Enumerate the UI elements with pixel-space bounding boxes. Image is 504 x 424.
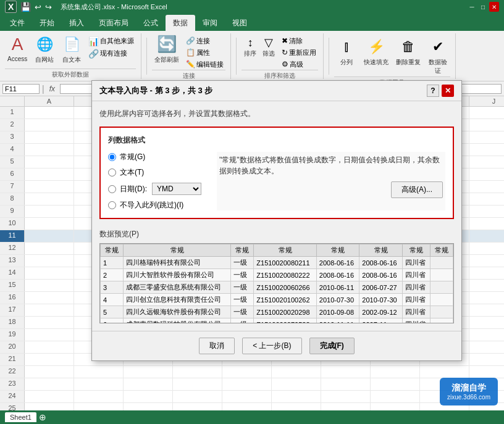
watermark: 溜溜自学 zixue.3d66.com <box>440 378 498 405</box>
advanced-button[interactable]: 高级(A)... <box>391 181 443 198</box>
tab-file[interactable]: 文件 <box>2 15 32 31</box>
option-normal[interactable]: 常规(G) <box>108 152 207 162</box>
list-item <box>430 306 453 318</box>
row-24: 24 <box>0 391 504 403</box>
maximize-button[interactable]: □ <box>478 2 488 12</box>
tab-home[interactable]: 开始 <box>32 15 62 31</box>
list-item: 2010-07-30 <box>316 294 359 306</box>
prev-button[interactable]: < 上一步(B) <box>242 338 301 354</box>
preview-th-7: 常规 <box>402 244 430 257</box>
tab-view[interactable]: 视图 <box>225 15 254 31</box>
list-item: 一级 <box>231 257 254 269</box>
tab-data[interactable]: 数据 <box>166 15 195 31</box>
tab-insert[interactable]: 插入 <box>62 15 91 31</box>
quick-access-save[interactable]: 💾 <box>20 2 31 12</box>
dialog-title-bar: 文本导入向导 - 第 3 步，共 3 步 ? ✕ <box>92 81 461 101</box>
tab-review[interactable]: 审阅 <box>195 15 225 31</box>
connections-icon: 🔗 <box>88 49 99 59</box>
undo-icon[interactable]: ↩ <box>35 2 41 12</box>
filter-button[interactable]: ▽ 筛选 <box>260 36 277 59</box>
minimize-button[interactable]: ─ <box>467 2 477 12</box>
access-button[interactable]: A Access <box>5 33 30 64</box>
list-item: 3 <box>101 281 124 294</box>
other-sources-button[interactable]: 📊 自其他来源 <box>86 36 136 47</box>
table-row: 3成都三零盛安信息系统有限公司一级Z15100200602662010-06-1… <box>101 281 453 294</box>
clear-icon: ✖ <box>282 36 288 45</box>
list-item: 2007-11-... <box>359 318 403 324</box>
dialog-help-button[interactable]: ? <box>427 85 439 97</box>
close-button[interactable]: ✕ <box>489 2 499 12</box>
text-button[interactable]: 📄 自文本 <box>59 33 84 65</box>
list-item: 四川省 <box>402 269 430 281</box>
radio-date[interactable] <box>108 185 116 193</box>
col-j[interactable]: J <box>469 96 504 106</box>
preview-title: 数据预览(P) <box>99 229 454 239</box>
dialog-footer: 取消 < 上一步(B) 下一步(N) > 完成(F) <box>92 331 461 360</box>
radio-skip[interactable] <box>108 201 116 209</box>
sort-az-button[interactable]: ↕ 排序 <box>242 36 259 59</box>
name-box[interactable] <box>2 84 40 94</box>
list-item <box>430 318 453 324</box>
status-bar: Sheet1 ⊕ <box>0 410 504 424</box>
title-text: 系统集成公司.xlsx - Microsoft Excel <box>61 2 167 12</box>
connections-button[interactable]: 🔗 连接 <box>184 36 225 46</box>
table-row: 2四川大智胜软件股份有限公司一级Z15100200802222008-06-16… <box>101 269 453 281</box>
option-date[interactable]: 日期(D): <box>108 184 147 194</box>
sheet-tab[interactable]: Sheet1 <box>5 412 36 422</box>
list-item: 2010-07-30 <box>359 294 403 306</box>
sort-az-icon: ↕ <box>248 37 253 48</box>
list-item: 四川大智胜软件股份有限公司 <box>124 269 231 281</box>
col-a[interactable]: A <box>25 96 74 106</box>
preview-table-container[interactable]: 常规 常规 常规 常规 常规 常规 常规 常规 1四川格瑞特科技有限公司一级Z1… <box>99 243 454 323</box>
clear-button[interactable]: ✖ 清除 <box>280 36 318 46</box>
data-validation-button[interactable]: ✔ 数据验证 <box>426 36 450 77</box>
get-external-label: 获取外部数据 <box>5 69 136 79</box>
radio-normal[interactable] <box>108 153 116 161</box>
list-item: 四川久远银海软件股份有限公司 <box>124 306 231 318</box>
reapply-button[interactable]: ↻ 重新应用 <box>280 48 318 58</box>
option-skip[interactable]: 不导入此列(跳过)(I) <box>108 200 207 210</box>
table-row: 4四川创立信息科技有限责任公司一级Z15100201002622010-07-3… <box>101 294 453 306</box>
finish-button[interactable]: 完成(F) <box>309 338 355 354</box>
list-item: 一级 <box>231 269 254 281</box>
list-item: 四川省 <box>402 294 430 306</box>
text-to-columns-button[interactable]: ⫿ 分列 <box>334 36 359 68</box>
list-item: Z1510020100262 <box>254 294 317 306</box>
refresh-all-button[interactable]: 🔄 全部刷新 <box>152 33 182 65</box>
title-bar-controls: ─ □ ✕ <box>467 2 499 12</box>
connections-group-label: 连接 <box>152 70 225 80</box>
format-options: 常规(G) 文本(T) 日期(D): YMD <box>108 152 445 210</box>
table-row: 1四川格瑞特科技有限公司一级Z15100200802112008-06-1620… <box>101 257 453 269</box>
excel-logo-icon: X <box>5 1 17 13</box>
web-button[interactable]: 🌐 自网站 <box>32 33 57 65</box>
list-item: Z1510020080211 <box>254 257 317 269</box>
flash-fill-button[interactable]: ⚡ 快速填充 <box>361 36 391 68</box>
list-item: 四川省 <box>402 318 430 324</box>
existing-connections-button[interactable]: 🔗 现有连接 <box>86 48 136 59</box>
cell-a1[interactable] <box>25 107 74 118</box>
web-icon: 🌐 <box>35 35 54 54</box>
list-item: 一级 <box>231 306 254 318</box>
tab-page-layout[interactable]: 页面布局 <box>91 15 136 31</box>
dialog-close-button[interactable]: ✕ <box>442 85 454 97</box>
preview-th-6: 常规 <box>359 244 403 257</box>
properties-button[interactable]: 📋 属性 <box>184 48 225 58</box>
other-sources-icon: 📊 <box>88 36 99 46</box>
remove-duplicates-button[interactable]: 🗑 删除重复 <box>393 36 423 68</box>
tab-formulas[interactable]: 公式 <box>136 15 166 31</box>
list-item: 2008-06-16 <box>316 257 359 269</box>
cancel-button[interactable]: 取消 <box>199 338 235 354</box>
format-left: 常规(G) 文本(T) 日期(D): YMD <box>108 152 207 210</box>
duplicate-icon: 🗑 <box>398 37 418 57</box>
advanced-filter-button[interactable]: ⚙ 高级 <box>280 59 318 70</box>
option-text[interactable]: 文本(T) <box>108 167 207 178</box>
add-sheet-btn[interactable]: ⊕ <box>39 412 46 422</box>
list-item: 2008-06-16 <box>359 269 403 281</box>
radio-text[interactable] <box>108 168 116 177</box>
list-item: 5 <box>101 306 124 318</box>
preview-header-row: 常规 常规 常规 常规 常规 常规 常规 常规 <box>101 244 453 257</box>
edit-links-button[interactable]: ✏️ 编辑链接 <box>184 59 225 70</box>
redo-icon[interactable]: ↪ <box>45 2 52 12</box>
date-format-select[interactable]: YMD <box>152 183 201 195</box>
list-item: 一级 <box>231 318 254 324</box>
